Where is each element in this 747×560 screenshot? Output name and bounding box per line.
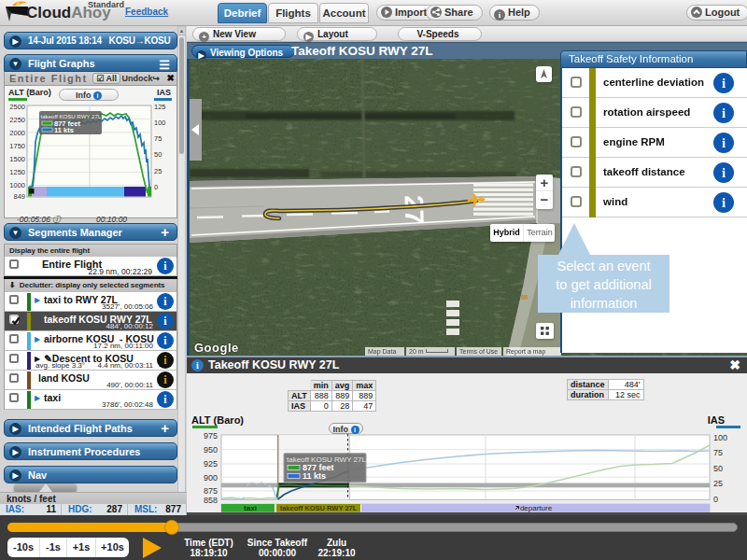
svg-text:11 kts: 11 kts xyxy=(303,471,326,481)
svg-text:1750: 1750 xyxy=(9,142,25,150)
svg-text:75: 75 xyxy=(713,448,723,457)
svg-text:858: 858 xyxy=(204,496,218,505)
svg-text:1500: 1500 xyxy=(9,155,25,163)
svg-text:1250: 1250 xyxy=(9,168,25,176)
svg-text:100: 100 xyxy=(154,119,166,127)
svg-text:taxi: taxi xyxy=(244,504,257,512)
svg-text:50: 50 xyxy=(154,150,162,159)
svg-text:50: 50 xyxy=(713,464,723,473)
svg-text:11 kts: 11 kts xyxy=(54,126,74,134)
svg-text:975: 975 xyxy=(204,431,218,441)
svg-text:2250: 2250 xyxy=(9,116,25,124)
svg-text:950: 950 xyxy=(204,445,218,455)
svg-text:0: 0 xyxy=(154,183,158,191)
svg-text:925: 925 xyxy=(204,459,218,469)
svg-text:1000: 1000 xyxy=(9,181,25,189)
svg-text:100: 100 xyxy=(713,433,727,442)
svg-text:0: 0 xyxy=(713,495,718,504)
svg-text:departure: departure xyxy=(520,504,553,512)
svg-text:27: 27 xyxy=(399,195,429,225)
svg-text:125: 125 xyxy=(154,103,166,111)
svg-text:takeoff KOSU RWY 27L: takeoff KOSU RWY 27L xyxy=(280,504,358,512)
svg-text:75: 75 xyxy=(154,134,162,143)
svg-text:849: 849 xyxy=(13,192,25,200)
svg-text:2000: 2000 xyxy=(9,129,25,137)
svg-text:875: 875 xyxy=(204,486,218,496)
svg-text:900: 900 xyxy=(204,473,218,483)
svg-text:25: 25 xyxy=(713,479,723,488)
svg-text:2500: 2500 xyxy=(9,103,25,111)
svg-text:25: 25 xyxy=(154,167,162,175)
